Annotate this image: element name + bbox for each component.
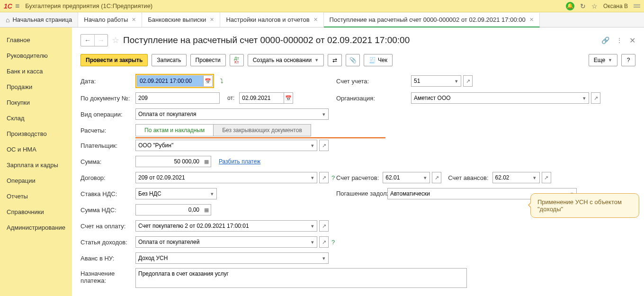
open-icon[interactable]: ↗ <box>319 140 329 151</box>
page-title: Поступление на расчетный счет 0000-00000… <box>123 35 410 45</box>
tab-label: Настройки налогов и отчетов <box>226 16 309 23</box>
history-icon[interactable]: ↻ <box>580 2 586 10</box>
calculator-icon[interactable]: ▦ <box>202 204 211 215</box>
op-label: Вид операции: <box>80 111 135 118</box>
docnum-input[interactable] <box>135 92 220 104</box>
dtkt-button[interactable]: ДтКт <box>230 54 244 66</box>
notifications-icon[interactable]: 🔔 <box>566 2 574 10</box>
sidebar-item[interactable]: Продажи <box>0 79 72 95</box>
settle-label: Счет расчетов: <box>336 174 379 181</box>
chevron-down-icon[interactable]: ▾ <box>308 236 317 248</box>
chevron-down-icon[interactable]: ▾ <box>580 92 589 104</box>
tab-item[interactable]: Банковские выписки ✕ <box>142 12 220 27</box>
open-icon[interactable]: ↗ <box>319 172 329 183</box>
purpose-textarea[interactable] <box>135 268 467 288</box>
account-input[interactable] <box>411 75 452 87</box>
check-button[interactable]: 🧾Чек <box>364 54 393 66</box>
vat-sum-input[interactable] <box>135 204 202 215</box>
close-icon[interactable]: ✕ <box>529 17 534 23</box>
settle-input[interactable] <box>383 172 420 183</box>
open-icon[interactable]: ↗ <box>319 220 329 232</box>
contract-label: Договор: <box>80 174 135 181</box>
sidebar-item[interactable]: Покупки <box>0 95 72 110</box>
refresh-arrow-icon[interactable]: ⤵ <box>217 78 226 85</box>
chevron-down-icon[interactable]: ▾ <box>452 75 461 87</box>
date-input[interactable] <box>137 75 203 87</box>
calendar-icon[interactable]: 📅 <box>284 92 293 104</box>
open-icon[interactable]: ↗ <box>542 172 551 183</box>
settings-menu-icon[interactable] <box>634 4 640 8</box>
chevron-down-icon[interactable]: ▾ <box>530 172 540 183</box>
docdate-input[interactable] <box>239 92 284 104</box>
sum-input[interactable] <box>135 156 202 167</box>
invoice-input[interactable] <box>135 220 308 232</box>
docnum-label: По документу №: <box>80 95 135 102</box>
sidebar-item[interactable]: Банк и касса <box>0 63 72 79</box>
sidebar-item[interactable]: Производство <box>0 126 72 142</box>
vat-rate-input[interactable] <box>135 188 207 199</box>
chevron-down-icon[interactable]: ▾ <box>308 172 317 183</box>
calc-seg-acts[interactable]: По актам и накладным <box>136 125 213 136</box>
open-icon[interactable]: ↗ <box>463 75 473 87</box>
close-icon[interactable]: ✕ <box>629 36 635 45</box>
help-icon[interactable]: ? <box>331 174 335 181</box>
sidebar-item[interactable]: Зарплата и кадры <box>0 157 72 173</box>
sidebar-item[interactable]: Операции <box>0 173 72 188</box>
write-button[interactable]: Записать <box>152 54 186 66</box>
sidebar-item[interactable]: Отчеты <box>0 188 72 204</box>
structure-button[interactable]: ⇄ <box>328 54 342 66</box>
advance-input[interactable] <box>492 172 530 183</box>
post-and-close-button[interactable]: Провести и закрыть <box>80 54 148 66</box>
more-actions-icon[interactable]: ⋮ <box>616 36 623 44</box>
favorites-icon[interactable]: ☆ <box>591 2 598 10</box>
more-button[interactable]: Еще▼ <box>589 54 617 66</box>
open-icon[interactable]: ↗ <box>432 172 441 183</box>
sidebar-item[interactable]: ОС и НМА <box>0 142 72 157</box>
sidebar-item[interactable]: Справочники <box>0 204 72 220</box>
split-payment-link[interactable]: Разбить платеж <box>219 158 260 165</box>
org-input[interactable] <box>411 92 580 104</box>
vat-rate-label: Ставка НДС: <box>80 190 135 197</box>
chevron-down-icon[interactable]: ▾ <box>308 220 317 232</box>
nav-back-button[interactable]: ← <box>81 35 94 46</box>
create-on-basis-button[interactable]: Создать на основании▼ <box>248 54 324 66</box>
attach-button[interactable]: 📎 <box>346 54 360 66</box>
help-button[interactable]: ? <box>621 54 635 66</box>
advance-nu-input[interactable] <box>135 252 319 264</box>
income-input[interactable] <box>135 236 308 248</box>
nav-forward-button[interactable]: → <box>94 35 107 46</box>
chevron-down-icon[interactable]: ▾ <box>319 108 329 120</box>
post-button[interactable]: Провести <box>190 54 226 66</box>
sidebar-item[interactable]: Руководителю <box>0 48 72 63</box>
burger-icon[interactable]: ≡ <box>15 2 19 10</box>
favorite-star-icon[interactable]: ☆ <box>112 35 119 45</box>
open-icon[interactable]: ↗ <box>591 92 600 104</box>
close-icon[interactable]: ✕ <box>313 17 318 23</box>
chevron-down-icon[interactable]: ▾ <box>308 140 317 151</box>
debt-label: Погашение задолженности: <box>336 190 384 197</box>
tab-item[interactable]: Начало работы ✕ <box>78 12 142 27</box>
tab-item-active[interactable]: Поступление на расчетный счет 0000-00000… <box>324 13 540 27</box>
link-icon[interactable]: 🔗 <box>601 36 609 44</box>
contract-input[interactable] <box>135 172 308 183</box>
calendar-icon[interactable]: 📅 <box>203 75 213 87</box>
sidebar-item[interactable]: Главное <box>0 32 72 48</box>
sidebar-item[interactable]: Склад <box>0 110 72 126</box>
chevron-down-icon[interactable]: ▾ <box>207 188 217 199</box>
chevron-down-icon[interactable]: ▾ <box>420 172 430 183</box>
close-icon[interactable]: ✕ <box>132 17 136 23</box>
close-icon[interactable]: ✕ <box>210 17 214 23</box>
payer-input[interactable] <box>135 140 308 151</box>
sidebar-item[interactable]: Администрирование <box>0 220 72 235</box>
tab-item[interactable]: Настройки налогов и отчетов ✕ <box>220 12 323 27</box>
open-icon[interactable]: ↗ <box>319 236 329 248</box>
user-name[interactable]: Оксана В <box>603 3 628 9</box>
tab-label: Начало работы <box>84 16 128 23</box>
calculator-icon[interactable]: ▦ <box>202 156 211 167</box>
op-input[interactable] <box>135 108 319 120</box>
calc-seg-noclose[interactable]: Без закрывающих документов <box>213 125 311 136</box>
chevron-down-icon[interactable]: ▾ <box>319 252 329 264</box>
tab-home[interactable]: ⌂ Начальная страница <box>0 12 78 27</box>
help-icon[interactable]: ? <box>331 239 335 246</box>
tooltip-bubble: Применение УСН с объектом "доходы" <box>530 193 639 218</box>
